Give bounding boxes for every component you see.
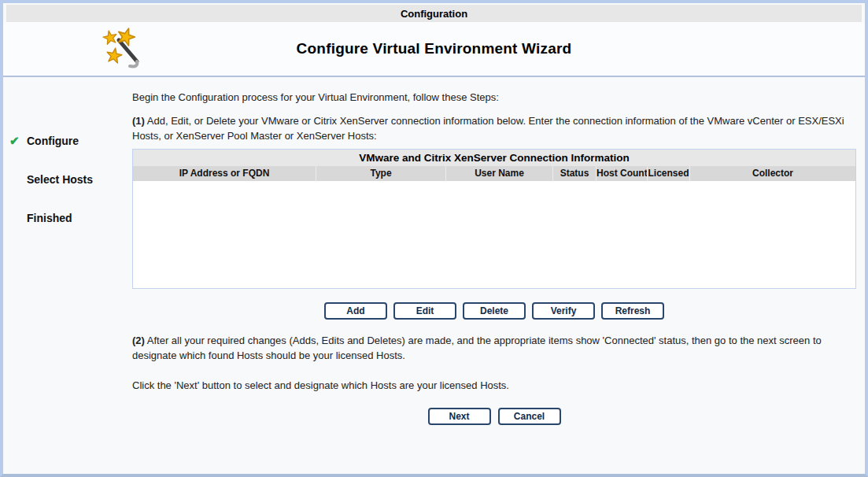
column-header-type: Type [316, 166, 445, 181]
table-actions: Add Edit Delete Verify Refresh [132, 302, 856, 320]
step-configure: ✔ Configure [9, 135, 132, 147]
wizard-steps-sidebar: ✔ Configure Select Hosts Finished [3, 77, 132, 474]
refresh-button[interactable]: Refresh [601, 302, 664, 320]
wizard-body: ✔ Configure Select Hosts Finished Begin … [3, 77, 865, 474]
delete-button[interactable]: Delete [463, 302, 526, 320]
column-header-collector: Collector [689, 166, 855, 181]
step1-number: (1) [132, 115, 145, 127]
step1-text: Add, Edit, or Delete your VMware or Citr… [132, 115, 844, 142]
wizard-navigation: Next Cancel [132, 408, 856, 425]
window-title: Configuration [401, 8, 467, 20]
magic-wand-icon [90, 24, 142, 71]
step-label: Configure [27, 135, 79, 147]
page-title: Configure Virtual Environment Wizard [297, 40, 572, 57]
step2-instructions: (2) After all your required changes (Add… [132, 333, 856, 363]
step-label: Select Hosts [27, 173, 93, 186]
window-titlebar: Configuration [6, 5, 862, 22]
connection-table-header-row: IP Address or FQDN Type User Name Status… [133, 166, 855, 181]
column-header-user-name: User Name [445, 166, 552, 181]
main-content: Begin the Configuration process for your… [132, 77, 865, 474]
wizard-header: Configure Virtual Environment Wizard [3, 22, 865, 76]
cancel-button[interactable]: Cancel [498, 408, 561, 425]
checkmark-icon: ✔ [9, 135, 27, 147]
intro-text: Begin the Configuration process for your… [132, 90, 856, 105]
column-header-licensed: Licensed [647, 166, 689, 181]
verify-button[interactable]: Verify [532, 302, 595, 320]
step-select-hosts: Select Hosts [9, 173, 132, 186]
step-finished: Finished [9, 212, 132, 224]
step-label: Finished [27, 212, 72, 224]
add-button[interactable]: Add [324, 302, 387, 320]
column-header-ip-address: IP Address or FQDN [133, 166, 316, 181]
step2-number: (2) [132, 335, 145, 346]
next-button[interactable]: Next [428, 408, 491, 425]
connection-table-title: VMware and Citrix XenServer Connection I… [133, 150, 855, 166]
connection-table: VMware and Citrix XenServer Connection I… [132, 149, 856, 289]
column-header-host-count: Host Count [596, 166, 647, 181]
configuration-window: Configuration Configure Virtual Environm… [0, 0, 868, 477]
step2-text: After all your required changes (Adds, E… [132, 335, 822, 361]
column-header-status: Status [552, 166, 596, 181]
edit-button[interactable]: Edit [393, 302, 456, 320]
next-hint-text: Click the 'Next' button to select and de… [132, 378, 856, 393]
step1-instructions: (1) Add, Edit, or Delete your VMware or … [132, 113, 856, 143]
connection-table-empty-body [133, 181, 855, 288]
